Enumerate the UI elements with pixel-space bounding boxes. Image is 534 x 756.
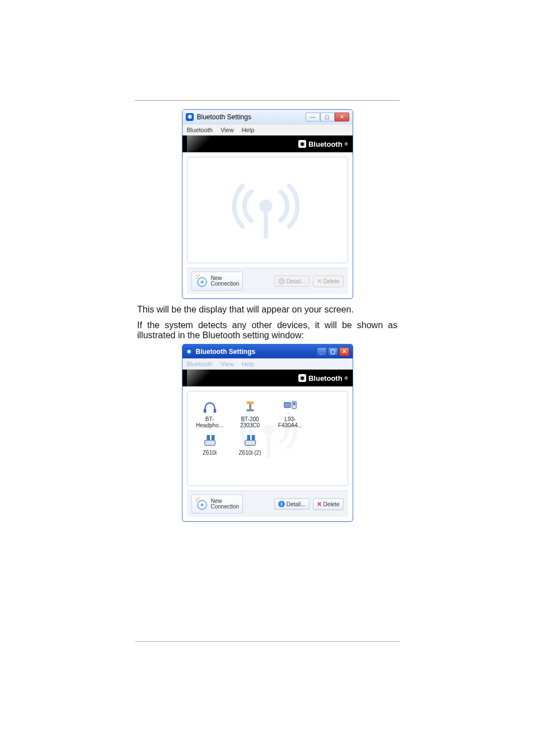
trademark-icon: ®	[345, 142, 348, 147]
svg-point-23	[200, 503, 203, 506]
svg-point-0	[259, 199, 272, 212]
top-rule	[135, 100, 400, 101]
svg-rect-11	[246, 402, 254, 404]
bluetooth-logo-icon: ✱	[298, 374, 306, 382]
info-icon: i	[278, 278, 285, 284]
bluetooth-icon: ✱	[186, 348, 193, 355]
detail-button[interactable]: i Detail...	[274, 498, 310, 510]
new-connection-label-2: Connection	[211, 281, 240, 287]
menubar: Bluetooth View Help	[182, 358, 353, 370]
detail-button: i Detail...	[274, 276, 310, 287]
caption-2: If the system detects any other devices,…	[137, 320, 397, 340]
svg-line-26	[195, 501, 196, 501]
trademark-icon: ®	[345, 376, 348, 381]
delete-icon: ✕	[317, 278, 322, 285]
delete-button[interactable]: ✕ Delete	[313, 498, 344, 510]
carkit-icon	[241, 398, 260, 415]
phone-pc-icon	[281, 398, 300, 415]
device-label: Z610i	[193, 450, 227, 462]
svg-line-4	[196, 276, 198, 277]
minimize-button[interactable]: —	[306, 113, 320, 122]
shine-icon	[187, 370, 215, 386]
svg-rect-15	[293, 403, 295, 405]
menu-view[interactable]: View	[221, 361, 234, 367]
svg-line-6	[195, 278, 196, 278]
svg-rect-17	[207, 435, 210, 440]
device-item[interactable]: Z610i	[193, 432, 227, 462]
titlebar: ✱ Bluetooth Settings _ ▢ ✕	[182, 344, 353, 358]
minimize-button[interactable]: _	[317, 347, 327, 356]
svg-rect-1	[264, 206, 268, 239]
device-label: BT-200 2303C0	[233, 416, 267, 428]
new-connection-button[interactable]: New Connection	[191, 494, 243, 514]
window-controls: _ ▢ ✕	[316, 347, 349, 356]
menu-help[interactable]: Help	[242, 127, 255, 133]
device-label: L93-F430A4...	[274, 416, 307, 428]
brand-bar: ✱ Bluetooth®	[182, 370, 353, 386]
detail-label: Detail...	[287, 278, 306, 284]
headphone-icon	[200, 398, 219, 415]
device-label: Z610i (2)	[233, 450, 267, 462]
svg-rect-20	[247, 435, 250, 440]
menu-bluetooth[interactable]: Bluetooth	[187, 127, 213, 133]
bluetooth-logo-icon: ✱	[298, 140, 306, 148]
delete-label: Delete	[324, 501, 340, 507]
brand-bar: ✱ Bluetooth®	[182, 136, 353, 152]
maximize-button[interactable]: ▢	[328, 347, 338, 356]
svg-line-25	[199, 497, 199, 498]
phone-pc-icon	[241, 432, 260, 449]
menu-view[interactable]: View	[221, 127, 234, 133]
device-label: BT-Headpho...	[193, 416, 227, 428]
info-icon: i	[278, 501, 285, 507]
brand-label: Bluetooth	[308, 140, 343, 148]
new-connection-icon	[195, 497, 209, 511]
titlebar: ✱ Bluetooth Settings — ▢ ✕	[182, 110, 353, 124]
new-connection-label-2: Connection	[211, 504, 240, 510]
broadcast-watermark-icon	[227, 170, 305, 242]
phone-pc-icon	[200, 432, 219, 449]
device-area: BT-Headpho... BT-200 2303C0 L93-F430A4..…	[187, 391, 348, 486]
footer-bar: New Connection i Detail... ✕ Delete	[187, 268, 348, 294]
svg-line-5	[199, 274, 199, 276]
window-controls: — ▢ ✕	[306, 113, 349, 122]
close-button[interactable]: ✕	[335, 113, 349, 122]
caption-1: This will be the display that will appea…	[137, 305, 397, 315]
device-item[interactable]: BT-Headpho...	[193, 398, 227, 428]
menubar: Bluetooth View Help	[182, 124, 353, 136]
bluetooth-icon: ✱	[186, 113, 194, 121]
svg-point-3	[200, 281, 203, 283]
detail-label: Detail...	[287, 501, 306, 507]
brand-label: Bluetooth	[308, 374, 343, 382]
svg-rect-12	[249, 404, 251, 409]
svg-rect-10	[213, 409, 216, 413]
device-item[interactable]: BT-200 2303C0	[233, 398, 267, 428]
svg-rect-18	[211, 435, 214, 440]
delete-icon: ✕	[317, 501, 322, 508]
device-item[interactable]: Z610i (2)	[233, 432, 267, 462]
svg-line-24	[196, 498, 198, 500]
device-item[interactable]: L93-F430A4...	[274, 398, 307, 428]
close-button[interactable]: ✕	[339, 347, 349, 356]
menu-bluetooth[interactable]: Bluetooth	[187, 361, 213, 367]
svg-rect-16	[204, 440, 215, 445]
footer-bar: New Connection i Detail... ✕ Delete	[187, 491, 348, 517]
device-area-empty	[187, 157, 348, 263]
delete-label: Delete	[324, 278, 340, 284]
svg-rect-13	[284, 403, 290, 408]
new-connection-button[interactable]: New Connection	[191, 272, 243, 291]
new-connection-icon	[195, 274, 209, 288]
menu-help[interactable]: Help	[242, 361, 255, 367]
maximize-button[interactable]: ▢	[320, 113, 335, 122]
shine-icon	[187, 136, 215, 152]
svg-rect-21	[251, 435, 255, 440]
svg-rect-19	[245, 440, 255, 445]
bluetooth-window-empty: ✱ Bluetooth Settings — ▢ ✕ Bluetooth Vie…	[182, 109, 353, 299]
svg-rect-9	[203, 409, 206, 413]
bluetooth-window-devices: ✱ Bluetooth Settings _ ▢ ✕ Bluetooth Vie…	[182, 344, 353, 522]
delete-button: ✕ Delete	[313, 276, 344, 287]
window-title: Bluetooth Settings	[196, 348, 312, 356]
window-title: Bluetooth Settings	[197, 113, 302, 121]
bottom-rule	[135, 641, 400, 642]
